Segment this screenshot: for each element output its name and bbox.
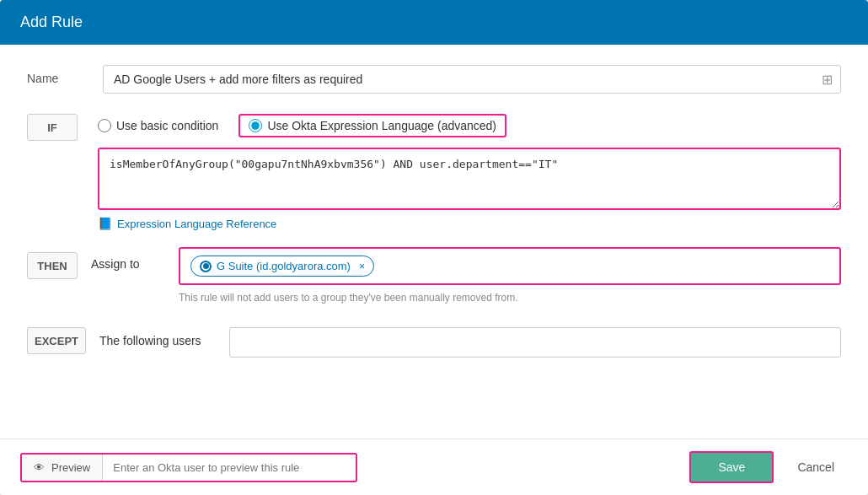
radio-advanced-option[interactable]: Use Okta Expression Language (advanced): [238, 114, 506, 137]
dialog-footer: 👁 Preview Save Cancel: [0, 439, 868, 495]
if-badge: IF: [27, 114, 78, 141]
except-label: The following users: [99, 327, 209, 347]
name-label: Name: [27, 65, 103, 85]
name-input-wrapper: ⊞: [103, 65, 841, 94]
tag-radio-inner: [203, 263, 209, 269]
dialog-body: Name ⊞ IF Use basic condition: [0, 45, 868, 439]
radio-basic[interactable]: [98, 119, 111, 132]
radio-advanced[interactable]: [249, 119, 262, 132]
radio-basic-label: Use basic condition: [116, 119, 218, 132]
table-icon: ⊞: [822, 72, 833, 88]
tag-close-icon[interactable]: ×: [359, 261, 365, 272]
cancel-button[interactable]: Cancel: [784, 453, 848, 482]
radio-advanced-label: Use Okta Expression Language (advanced): [267, 119, 496, 132]
tag-label: G Suite (id.goldyarora.com): [217, 260, 351, 272]
then-badge: THEN: [27, 252, 78, 279]
footer-left: 👁 Preview: [20, 453, 357, 482]
name-input[interactable]: [103, 65, 841, 94]
assign-to-label: Assign to: [91, 247, 158, 271]
preview-input[interactable]: [103, 455, 356, 481]
expression-textarea-wrapper: isMemberOfAnyGroup("00gapu7ntNhA9xbvm356…: [98, 148, 841, 210]
except-section: EXCEPT The following users: [27, 327, 841, 358]
if-options: Use basic condition Use Okta Expression …: [98, 114, 841, 230]
footer-right: Save Cancel: [689, 451, 848, 483]
eye-icon: 👁: [34, 461, 45, 474]
expression-link-text: Expression Language Reference: [117, 218, 276, 230]
except-badge: EXCEPT: [27, 327, 86, 354]
rule-note: This rule will not add users to a group …: [179, 292, 841, 304]
add-rule-dialog: Add Rule Name ⊞ IF Use basic condit: [0, 0, 868, 495]
if-section: IF Use basic condition Use Okta Expressi…: [27, 114, 841, 230]
tag-item: G Suite (id.goldyarora.com) ×: [190, 256, 374, 277]
dialog-header: Add Rule: [0, 0, 868, 45]
assign-input-box[interactable]: G Suite (id.goldyarora.com) ×: [179, 247, 841, 285]
radio-basic-option[interactable]: Use basic condition: [98, 119, 218, 132]
save-button[interactable]: Save: [689, 451, 774, 483]
expression-textarea[interactable]: isMemberOfAnyGroup("00gapu7ntNhA9xbvm356…: [99, 149, 839, 208]
tag-radio-icon: [200, 261, 212, 272]
assign-to-control: G Suite (id.goldyarora.com) × This rule …: [179, 247, 841, 304]
preview-label: Preview: [51, 461, 90, 474]
name-control: ⊞: [103, 65, 841, 94]
book-icon: 📘: [98, 217, 112, 230]
then-section: THEN Assign to G Suite (id.goldyarora.co…: [27, 247, 841, 310]
radio-options: Use basic condition Use Okta Expression …: [98, 114, 841, 137]
expression-language-link[interactable]: 📘 Expression Language Reference: [98, 217, 841, 230]
dialog-title: Add Rule: [20, 13, 83, 30]
except-input[interactable]: [229, 327, 841, 358]
preview-button[interactable]: 👁 Preview: [22, 455, 103, 481]
then-row: THEN Assign to G Suite (id.goldyarora.co…: [27, 247, 841, 304]
name-row: Name ⊞: [27, 65, 841, 94]
